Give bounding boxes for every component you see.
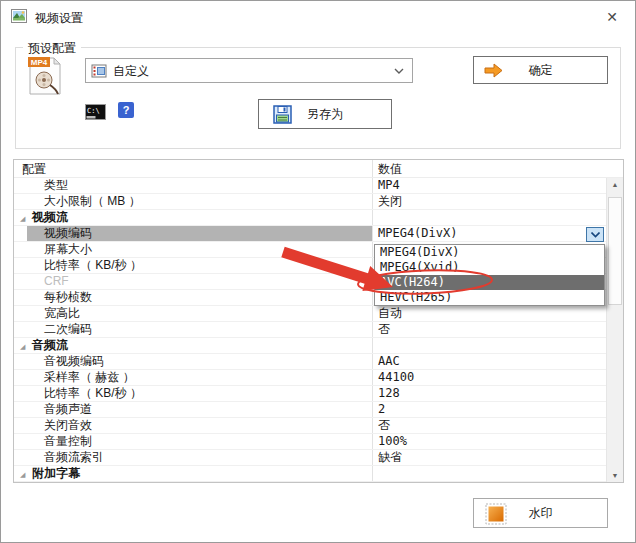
group-row[interactable]: ◢附加字幕 <box>14 466 623 482</box>
table-row[interactable]: 音量控制100% <box>14 434 623 450</box>
row-label: 比特率（ KB/秒 ） <box>14 386 373 401</box>
table-row[interactable]: 大小限制（ MB ）关闭 <box>14 194 623 210</box>
row-label: 比特率（ KB/秒 ） <box>14 258 373 273</box>
save-as-button-label: 另存为 <box>307 107 343 121</box>
dropdown-item[interactable]: HEVC(H265) <box>375 290 604 305</box>
watermark-stamp-icon <box>485 503 507 525</box>
table-row[interactable]: 比特率（ KB/秒 ）128 <box>14 386 623 402</box>
table-row[interactable]: 采样率（ 赫兹 ）44100 <box>14 370 623 386</box>
command-line-icon[interactable]: C:\ <box>85 104 106 123</box>
row-value: 100% <box>373 434 604 449</box>
table-row[interactable]: 关闭音效否 <box>14 418 623 434</box>
row-label: 音频声道 <box>14 402 373 417</box>
group-row-label: 附加字幕 <box>14 466 373 481</box>
grid-header: 配置 数值 <box>14 160 623 178</box>
watermark-button[interactable]: 水印 <box>473 498 608 528</box>
table-row[interactable]: 音频流索引缺省 <box>14 450 623 466</box>
cmd-icon-text: C:\ <box>87 107 100 115</box>
film-icon <box>91 63 107 79</box>
row-value: 自动 <box>373 306 604 321</box>
table-row[interactable]: 视频编码MPEG4(DivX) <box>14 226 623 242</box>
floppy-icon <box>273 105 292 124</box>
settings-grid: 配置 数值 类型MP4大小限制（ MB ）关闭◢视频流视频编码MPEG4(Div… <box>13 159 624 483</box>
expand-icon[interactable]: ◢ <box>20 211 25 226</box>
watermark-button-label: 水印 <box>529 506 553 520</box>
column-header-value[interactable]: 数值 <box>373 160 604 177</box>
scrollbar-thumb[interactable] <box>608 197 622 305</box>
row-value: AAC <box>373 354 604 369</box>
row-label: 采样率（ 赫兹 ） <box>14 370 373 385</box>
row-label: 关闭音效 <box>14 418 373 433</box>
chevron-down-icon[interactable] <box>394 68 404 74</box>
expand-icon[interactable]: ◢ <box>20 467 25 482</box>
group-row-label: 视频流 <box>14 210 373 225</box>
row-label: 音量控制 <box>14 434 373 449</box>
table-row[interactable]: 宽高比自动 <box>14 306 623 322</box>
grid-body: 类型MP4大小限制（ MB ）关闭◢视频流视频编码MPEG4(DivX)屏幕大小… <box>14 178 623 482</box>
ok-button[interactable]: 确定 <box>473 56 608 84</box>
column-header-config[interactable]: 配置 <box>14 160 373 177</box>
video-settings-dialog: 视频设置 ✕ 预设配置 MP4 自定义 确定 <box>0 0 636 543</box>
table-row[interactable]: 音频声道2 <box>14 402 623 418</box>
table-row[interactable]: 音视频编码AAC <box>14 354 623 370</box>
scroll-down-icon[interactable]: ▼ <box>607 472 623 479</box>
row-label: 音频流索引 <box>14 450 373 465</box>
preset-combobox[interactable]: 自定义 <box>85 58 413 83</box>
value-dropdown-button[interactable] <box>586 227 604 242</box>
row-value: 缺省 <box>373 450 604 465</box>
row-label: 类型 <box>14 178 373 193</box>
ok-button-label: 确定 <box>529 63 553 77</box>
row-value: 否 <box>373 418 604 433</box>
row-value: 44100 <box>373 370 604 385</box>
dropdown-item[interactable]: MPEG4(Xvid) <box>375 260 604 275</box>
table-row[interactable]: 二次编码否 <box>14 322 623 338</box>
window-title: 视频设置 <box>35 10 83 27</box>
close-icon[interactable]: ✕ <box>601 6 623 28</box>
mp4-file-icon: MP4 <box>25 55 63 97</box>
row-value: MPEG4(DivX) <box>373 226 604 241</box>
row-value: 关闭 <box>373 194 604 209</box>
row-label: 每秒桢数 <box>14 290 373 305</box>
codec-dropdown-list: MPEG4(DivX)MPEG4(Xvid)AVC(H264)HEVC(H265… <box>374 244 605 306</box>
row-value: 2 <box>373 402 604 417</box>
dropdown-item[interactable]: AVC(H264) <box>375 275 604 290</box>
scroll-up-icon[interactable]: ▲ <box>607 181 623 188</box>
orange-arrow-icon <box>484 63 503 78</box>
help-icon[interactable]: ? <box>118 102 134 118</box>
save-as-button[interactable]: 另存为 <box>258 99 392 129</box>
row-value: MP4 <box>373 178 604 193</box>
row-label: CRF <box>14 274 373 289</box>
row-label: 二次编码 <box>14 322 373 337</box>
group-row[interactable]: ◢音频流 <box>14 338 623 354</box>
dropdown-item[interactable]: MPEG4(DivX) <box>375 245 604 260</box>
svg-text:MP4: MP4 <box>31 58 48 67</box>
group-row[interactable]: ◢视频流 <box>14 210 623 226</box>
row-value: 否 <box>373 322 604 337</box>
preset-combo-value: 自定义 <box>113 63 149 80</box>
table-row[interactable]: 类型MP4 <box>14 178 623 194</box>
row-label: 大小限制（ MB ） <box>14 194 373 209</box>
expand-icon[interactable]: ◢ <box>20 339 25 354</box>
row-label: 屏幕大小 <box>14 242 373 257</box>
vertical-scrollbar[interactable]: ▲ ▼ <box>606 178 623 482</box>
row-value: 128 <box>373 386 604 401</box>
group-row-label: 音频流 <box>14 338 373 353</box>
row-label: 宽高比 <box>14 306 373 321</box>
app-icon <box>11 8 27 24</box>
row-label: 音视频编码 <box>14 354 373 369</box>
row-label: 视频编码 <box>14 226 373 241</box>
